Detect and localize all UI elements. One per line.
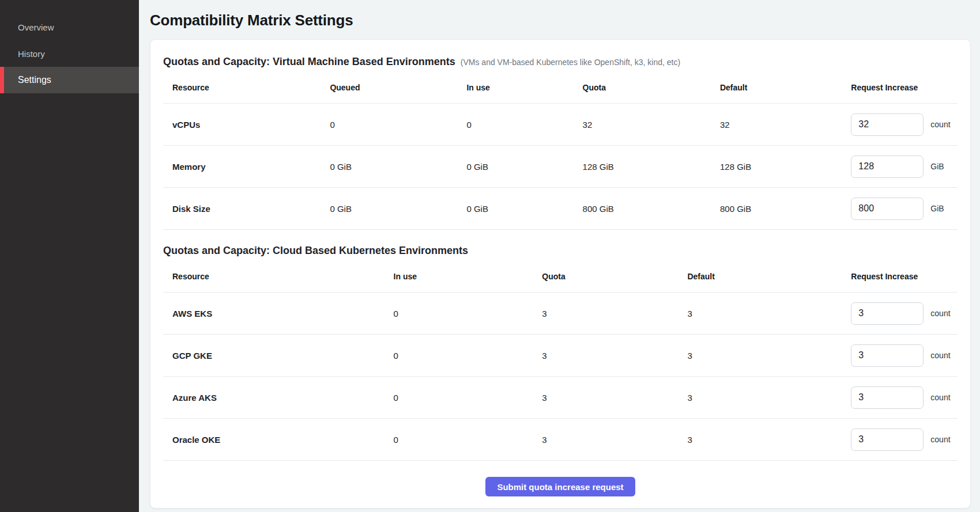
in-use-value: 0 [394,335,542,377]
queued-value: 0 GiB [330,188,466,230]
vm-section-subtitle: (VMs and VM-based Kubernetes like OpenSh… [461,58,680,67]
default-value: 800 GiB [720,188,851,230]
quota-value: 3 [542,419,687,461]
vcpus-request-input[interactable] [851,113,924,136]
resource-name: AWS EKS [163,293,394,335]
request-increase-cell: count [851,302,958,325]
default-value: 3 [687,377,851,419]
unit-label: count [930,393,950,402]
in-use-value: 0 GiB [466,188,582,230]
col-header-default: Default [687,258,851,293]
col-header-quota: Quota [542,258,687,293]
queued-value: 0 [330,104,466,146]
table-row-disk-size: Disk Size 0 GiB 0 GiB 800 GiB 800 GiB Gi… [163,188,958,230]
default-value: 3 [687,335,851,377]
quotas-card: Quotas and Capacity: Virtual Machine Bas… [150,39,971,509]
col-header-request-increase: Request Increase [851,69,958,104]
queued-value: 0 GiB [330,146,466,188]
col-header-resource: Resource [163,69,330,104]
in-use-value: 0 [394,377,542,419]
unit-label: GiB [930,204,944,213]
table-row-gcp-gke: GCP GKE 0 3 3 count [163,335,958,377]
unit-label: count [930,309,950,318]
quota-value: 800 GiB [583,188,720,230]
default-value: 32 [720,104,851,146]
unit-label: count [930,351,950,360]
request-increase-cell: count [851,386,958,409]
quota-value: 3 [542,293,687,335]
vm-quota-table: Resource Queued In use Quota Default Req… [163,69,958,230]
table-row-oracle-oke: Oracle OKE 0 3 3 count [163,419,958,461]
cloud-section-header: Quotas and Capacity: Cloud Based Kuberne… [163,245,958,257]
request-increase-cell: GiB [851,198,958,220]
gcp-gke-request-input[interactable] [851,344,924,367]
submit-row: Submit quota increase request [163,477,958,498]
request-increase-cell: count [851,344,958,367]
vm-section-title: Quotas and Capacity: Virtual Machine Bas… [163,56,455,68]
sidebar-item-label: History [18,49,45,59]
aws-eks-request-input[interactable] [851,302,924,325]
vm-section-header: Quotas and Capacity: Virtual Machine Bas… [163,56,958,68]
default-value: 128 GiB [720,146,851,188]
request-increase-cell: count [851,113,958,136]
sidebar-item-label: Settings [18,75,51,85]
col-header-resource: Resource [163,258,394,293]
active-indicator [0,67,4,93]
table-row-aws-eks: AWS EKS 0 3 3 count [163,293,958,335]
table-row-memory: Memory 0 GiB 0 GiB 128 GiB 128 GiB GiB [163,146,958,188]
resource-name: Memory [163,146,330,188]
azure-aks-request-input[interactable] [851,386,924,409]
col-header-in-use: In use [394,258,542,293]
table-row-azure-aks: Azure AKS 0 3 3 count [163,377,958,419]
default-value: 3 [687,293,851,335]
col-header-in-use: In use [466,69,582,104]
default-value: 3 [687,419,851,461]
cloud-quota-table: Resource In use Quota Default Request In… [163,258,958,461]
in-use-value: 0 [394,293,542,335]
quota-value: 3 [542,335,687,377]
page-title: Compatibility Matrix Settings [150,12,971,29]
resource-name: Azure AKS [163,377,394,419]
request-increase-cell: GiB [851,156,958,178]
submit-quota-increase-button[interactable]: Submit quota increase request [485,477,635,496]
request-increase-cell: count [851,428,958,451]
in-use-value: 0 GiB [466,146,582,188]
sidebar: Overview History Settings [0,0,139,512]
unit-label: count [930,435,950,444]
sidebar-item-settings[interactable]: Settings [0,67,139,93]
app-window: Overview History Settings Compatibility … [0,0,980,512]
resource-name: Oracle OKE [163,419,394,461]
unit-label: GiB [930,162,944,171]
quota-value: 32 [583,104,720,146]
table-row-vcpus: vCPUs 0 0 32 32 count [163,104,958,146]
memory-request-input[interactable] [851,156,924,178]
col-header-default: Default [720,69,851,104]
in-use-value: 0 [394,419,542,461]
cloud-table-header-row: Resource In use Quota Default Request In… [163,258,958,293]
main-content: Compatibility Matrix Settings Quotas and… [139,0,980,512]
sidebar-item-overview[interactable]: Overview [0,14,139,40]
in-use-value: 0 [466,104,582,146]
quota-value: 128 GiB [583,146,720,188]
unit-label: count [930,120,950,129]
col-header-request-increase: Request Increase [851,258,958,293]
oracle-oke-request-input[interactable] [851,428,924,451]
vm-table-header-row: Resource Queued In use Quota Default Req… [163,69,958,104]
resource-name: GCP GKE [163,335,394,377]
resource-name: vCPUs [163,104,330,146]
col-header-queued: Queued [330,69,466,104]
quota-value: 3 [542,377,687,419]
cloud-section-title: Quotas and Capacity: Cloud Based Kuberne… [163,245,468,257]
col-header-quota: Quota [583,69,720,104]
disk-size-request-input[interactable] [851,198,924,220]
resource-name: Disk Size [163,188,330,230]
sidebar-item-history[interactable]: History [0,40,139,67]
sidebar-item-label: Overview [18,22,54,32]
